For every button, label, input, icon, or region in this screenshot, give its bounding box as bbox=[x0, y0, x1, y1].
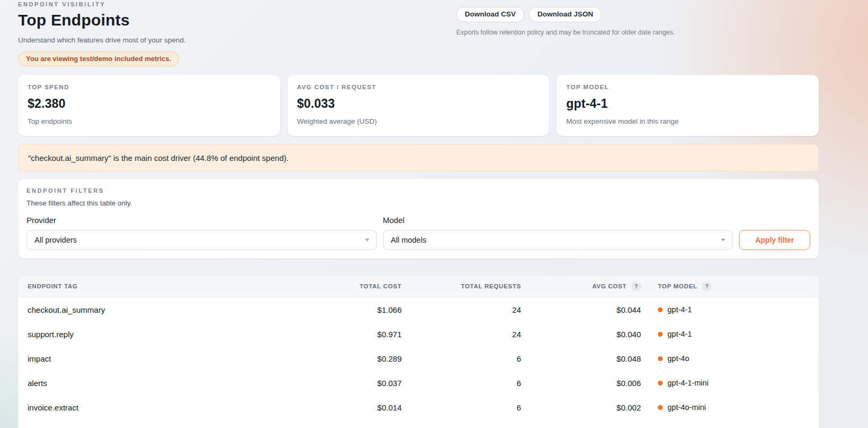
top-model-name: gpt-4o-mini bbox=[667, 403, 706, 412]
section-eyebrow: ENDPOINT VISIBILITY bbox=[18, 1, 456, 7]
total-cost-cell: $0.014 bbox=[317, 403, 402, 412]
table-row: invoice.extract $0.014 6 $0.002 gpt-4o-m… bbox=[18, 395, 819, 420]
model-dot-icon bbox=[658, 381, 663, 386]
model-dot-icon bbox=[658, 332, 663, 337]
top-model-name: gpt-4o bbox=[667, 354, 689, 363]
stat-sub: Most expensive model in this range bbox=[566, 117, 809, 125]
total-requests-cell: 24 bbox=[402, 305, 521, 314]
top-model-cell: gpt-4o-mini bbox=[641, 403, 809, 412]
model-filter-field: Model All models bbox=[383, 216, 733, 250]
page-header: ENDPOINT VISIBILITY Top Endpoints Unders… bbox=[18, 1, 819, 66]
export-section: Download CSV Download JSON Exports follo… bbox=[456, 1, 819, 66]
model-dot-icon bbox=[658, 307, 663, 312]
filter-row: Provider All providers Model All models … bbox=[27, 216, 810, 250]
top-model-cell: gpt-4o bbox=[641, 354, 809, 363]
stat-value: gpt-4-1 bbox=[566, 97, 809, 111]
avg-cost-cell: $0.002 bbox=[521, 403, 641, 412]
apply-filter-button[interactable]: Apply filter bbox=[739, 230, 810, 250]
top-model-name: gpt-4-1-mini bbox=[667, 379, 708, 387]
stat-card-avg-cost: AVG COST / REQUEST $0.033 Weighted avera… bbox=[288, 75, 550, 136]
endpoint-tag-cell: checkout.ai_summary bbox=[28, 305, 317, 314]
avg-cost-cell: $0.048 bbox=[521, 354, 641, 363]
cost-driver-banner: "checkout.ai_summary" is the main cost d… bbox=[18, 144, 819, 172]
filters-eyebrow: ENDPOINT FILTERS bbox=[27, 187, 810, 194]
avg-cost-cell: $0.044 bbox=[521, 305, 641, 314]
column-header-label: TOP MODEL bbox=[658, 283, 697, 289]
endpoints-table: ENDPOINT TAG TOTAL COST TOTAL REQUESTS A… bbox=[18, 276, 819, 428]
stats-row: TOP SPEND $2.380 Top endpoints AVG COST … bbox=[18, 75, 819, 136]
model-select[interactable]: All models bbox=[383, 230, 733, 250]
model-dot-icon bbox=[658, 356, 663, 361]
export-buttons: Download CSV Download JSON bbox=[456, 7, 819, 22]
demo-metrics-badge: You are viewing test/demo included metri… bbox=[18, 52, 179, 66]
table-header-row: ENDPOINT TAG TOTAL COST TOTAL REQUESTS A… bbox=[18, 276, 819, 297]
total-requests-cell: 6 bbox=[402, 379, 521, 388]
download-csv-button[interactable]: Download CSV bbox=[456, 7, 524, 22]
page-title: Top Endpoints bbox=[18, 11, 456, 29]
download-json-button[interactable]: Download JSON bbox=[529, 7, 602, 22]
total-requests-cell: 24 bbox=[402, 330, 521, 339]
stat-card-top-spend: TOP SPEND $2.380 Top endpoints bbox=[18, 75, 280, 136]
endpoint-tag-cell: support.reply bbox=[28, 330, 317, 339]
top-model-cell: gpt-4-1 bbox=[641, 330, 809, 338]
chevron-down-icon bbox=[365, 239, 369, 242]
stat-sub: Weighted average (USD) bbox=[297, 117, 540, 125]
total-requests-cell: 6 bbox=[402, 403, 521, 412]
column-header-avg-cost: AVG COST ? bbox=[521, 282, 641, 291]
total-cost-cell: $0.037 bbox=[317, 379, 402, 388]
provider-filter-field: Provider All providers bbox=[27, 216, 377, 250]
top-model-name: gpt-4-1 bbox=[667, 330, 692, 338]
page-subtitle: Understand which features drive most of … bbox=[18, 36, 456, 44]
chevron-down-icon bbox=[721, 239, 725, 242]
column-header-label: AVG COST bbox=[592, 283, 627, 289]
avg-cost-cell: $0.040 bbox=[521, 330, 641, 339]
stat-card-top-model: TOP MODEL gpt-4-1 Most expensive model i… bbox=[557, 75, 819, 136]
top-model-name: gpt-4-1 bbox=[667, 305, 692, 314]
total-cost-cell: $0.971 bbox=[317, 330, 402, 339]
table-row: impact $0.289 6 $0.048 gpt-4o bbox=[18, 346, 819, 371]
avg-cost-cell: $0.006 bbox=[521, 379, 641, 388]
column-header-total-requests: TOTAL REQUESTS bbox=[402, 283, 521, 289]
help-icon[interactable]: ? bbox=[631, 282, 641, 291]
model-select-value: All models bbox=[391, 236, 427, 244]
stat-label: TOP SPEND bbox=[28, 84, 271, 90]
top-model-cell: gpt-4-1-mini bbox=[641, 379, 809, 387]
provider-select[interactable]: All providers bbox=[27, 230, 377, 250]
stat-value: $0.033 bbox=[297, 97, 540, 111]
page-container: ENDPOINT VISIBILITY Top Endpoints Unders… bbox=[18, 0, 819, 428]
total-cost-cell: $0.289 bbox=[317, 354, 402, 363]
stat-label: AVG COST / REQUEST bbox=[297, 84, 540, 90]
provider-select-value: All providers bbox=[34, 236, 77, 244]
table-row: checkout.ai_summary $1.066 24 $0.044 gpt… bbox=[18, 297, 819, 322]
export-note: Exports follow retention policy and may … bbox=[456, 29, 819, 36]
model-label: Model bbox=[383, 216, 733, 225]
provider-label: Provider bbox=[27, 216, 377, 225]
stat-sub: Top endpoints bbox=[28, 117, 271, 125]
model-dot-icon bbox=[658, 405, 663, 410]
stat-value: $2.380 bbox=[28, 97, 271, 111]
filters-note: These filters affect this table only. bbox=[27, 199, 810, 207]
endpoint-tag-cell: impact bbox=[28, 354, 317, 363]
top-model-cell: gpt-4-1 bbox=[641, 305, 809, 314]
stat-label: TOP MODEL bbox=[566, 84, 809, 90]
endpoint-tag-cell: invoice.extract bbox=[28, 403, 317, 412]
column-header-total-cost: TOTAL COST bbox=[317, 283, 402, 289]
endpoint-filters-card: ENDPOINT FILTERS These filters affect th… bbox=[18, 179, 819, 259]
header-left: ENDPOINT VISIBILITY Top Endpoints Unders… bbox=[18, 1, 456, 66]
table-row: support.reply $0.971 24 $0.040 gpt-4-1 bbox=[18, 322, 819, 346]
column-header-endpoint-tag: ENDPOINT TAG bbox=[28, 283, 317, 289]
table-row: alerts $0.037 6 $0.006 gpt-4-1-mini bbox=[18, 371, 819, 395]
column-header-top-model: TOP MODEL ? bbox=[641, 282, 809, 291]
total-requests-cell: 6 bbox=[402, 354, 521, 363]
endpoint-tag-cell: alerts bbox=[28, 379, 317, 388]
total-cost-cell: $1.066 bbox=[317, 305, 402, 314]
help-icon[interactable]: ? bbox=[702, 282, 711, 291]
table-body: checkout.ai_summary $1.066 24 $0.044 gpt… bbox=[18, 297, 819, 420]
